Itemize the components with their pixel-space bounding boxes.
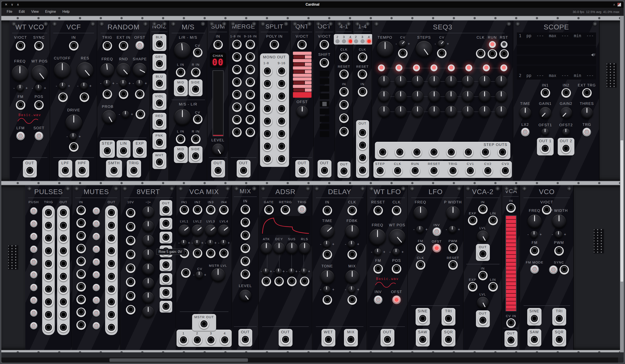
freq-trim-knob[interactable] (374, 248, 382, 256)
menu-edit[interactable]: Edit (16, 8, 28, 16)
ofst1-trim-knob[interactable] (541, 128, 549, 136)
step-led[interactable] (465, 64, 472, 71)
jack-port[interactable] (161, 288, 171, 298)
sel-2-led[interactable] (336, 39, 340, 43)
wtpos-knob[interactable] (389, 229, 406, 246)
vca-level-meter[interactable] (505, 215, 517, 311)
out-1-port[interactable] (358, 128, 367, 138)
push-button[interactable] (30, 207, 37, 215)
freq-cv-port[interactable] (102, 89, 112, 99)
module-merge[interactable]: MERGE 1-8 IN 9-16 IN OUT (229, 21, 258, 181)
rls-knob[interactable] (299, 242, 311, 254)
tempo-knob[interactable] (377, 41, 394, 57)
sel-2-led[interactable] (354, 39, 358, 43)
sel-3-led[interactable] (342, 39, 346, 43)
rnd-knob[interactable] (116, 63, 131, 77)
mute-button[interactable] (93, 284, 100, 291)
in2-port[interactable] (193, 205, 202, 215)
ofst-button[interactable] (135, 41, 144, 50)
sine-out-port[interactable] (530, 314, 539, 324)
wtpos-trim-knob[interactable] (35, 84, 42, 92)
jack-port[interactable] (76, 295, 86, 304)
module-vco[interactable]: VCO V/OCT FREQ P WIDTH -+ -+ FM PWM FM M… (520, 185, 574, 350)
module-pulses[interactable]: PULSES PUSH TRIG OUT (25, 185, 72, 350)
wtpos-trim-knob[interactable] (392, 248, 400, 256)
module-mix[interactable]: MIX IN LEVEL OUT (232, 185, 259, 350)
freq-knob[interactable] (369, 229, 386, 246)
row1-knob[interactable] (445, 75, 457, 87)
poly-in-port[interactable] (270, 40, 279, 50)
cv2-port[interactable] (193, 249, 202, 258)
gain-knob[interactable] (142, 220, 154, 232)
in-port[interactable] (69, 41, 79, 51)
mute-button[interactable] (93, 258, 100, 266)
row2-knob[interactable] (462, 90, 474, 102)
out1-port[interactable] (540, 144, 550, 153)
out-port[interactable] (239, 166, 248, 175)
atk-knob[interactable] (260, 242, 272, 254)
jack-port[interactable] (44, 323, 53, 333)
lvl1-knob[interactable] (477, 230, 489, 242)
trigger-marker[interactable]: T (591, 53, 595, 57)
titlebar[interactable]: ✕ ∨ ∧ Cardinal ∧ (1, 1, 624, 8)
shape-knob[interactable] (133, 63, 147, 77)
mstr-out-port[interactable] (199, 319, 209, 329)
row1-knob[interactable] (411, 75, 424, 87)
gain1-knob[interactable] (539, 107, 551, 119)
wtpos-knob[interactable] (31, 65, 48, 82)
out-port[interactable] (25, 166, 35, 175)
soft-button[interactable] (35, 132, 43, 140)
out2-port[interactable] (561, 144, 571, 153)
shift-port[interactable] (319, 58, 329, 68)
cv-in-port[interactable] (506, 318, 516, 328)
channel-selector[interactable]: 2 3 4 (352, 34, 373, 45)
menu-engine[interactable]: Engine (42, 8, 59, 16)
vertical-scrollbar[interactable] (620, 16, 624, 352)
push-button[interactable] (30, 220, 37, 227)
menu-view[interactable]: View (28, 8, 42, 16)
level-knob[interactable] (239, 289, 251, 302)
atk-trim-knob[interactable] (262, 268, 269, 275)
gain-knob[interactable] (142, 249, 154, 261)
jack-port[interactable] (107, 259, 116, 269)
row1-knob[interactable] (478, 75, 491, 87)
cv2-out-port[interactable] (483, 166, 493, 176)
cutoff-cv-port[interactable] (58, 92, 68, 102)
module-8vert[interactable]: 8VERT 10V −|+ OUT (121, 185, 176, 350)
module-mutes[interactable]: MUTES IN OUT (72, 185, 121, 350)
module-vca[interactable]: VCA IN CV IN OUT (502, 185, 520, 350)
step-out-port[interactable] (464, 148, 473, 157)
jack-port[interactable] (126, 208, 135, 218)
rnd-cv-port[interactable] (119, 89, 128, 99)
jack-port[interactable] (76, 320, 86, 330)
l-in-port[interactable] (176, 68, 186, 77)
row2-knob[interactable] (378, 90, 390, 102)
clk-port[interactable] (358, 53, 367, 62)
jack-port[interactable] (107, 246, 116, 256)
jack-port[interactable] (126, 305, 135, 314)
menu-help[interactable]: Help (59, 8, 73, 16)
jack-port[interactable] (277, 154, 286, 164)
out-port[interactable] (506, 336, 516, 345)
exp1-port[interactable] (468, 216, 477, 225)
jack-port[interactable] (44, 246, 53, 256)
jack-port[interactable] (246, 102, 255, 112)
jack-port[interactable] (59, 234, 68, 243)
time-trim-knob[interactable] (323, 240, 331, 248)
ofst-knob[interactable] (296, 106, 308, 118)
cv1-out-port[interactable] (466, 166, 475, 176)
trig-port[interactable] (102, 41, 112, 51)
step-out-port[interactable] (412, 148, 422, 157)
prob-trim-knob[interactable] (122, 111, 129, 118)
sus-trim-knob[interactable] (288, 268, 295, 275)
trig-out-port[interactable] (129, 166, 139, 175)
fdbk-cv-port[interactable] (347, 250, 357, 259)
out-2-port[interactable] (358, 141, 367, 150)
ofst-button[interactable] (433, 244, 441, 252)
out-4-port[interactable] (358, 166, 367, 175)
freq-knob[interactable] (11, 65, 28, 82)
cutoff-trim-knob[interactable] (59, 82, 66, 90)
sus-cv-port[interactable] (287, 277, 297, 286)
jack-port[interactable] (126, 236, 135, 245)
row3-knob[interactable] (445, 106, 457, 118)
